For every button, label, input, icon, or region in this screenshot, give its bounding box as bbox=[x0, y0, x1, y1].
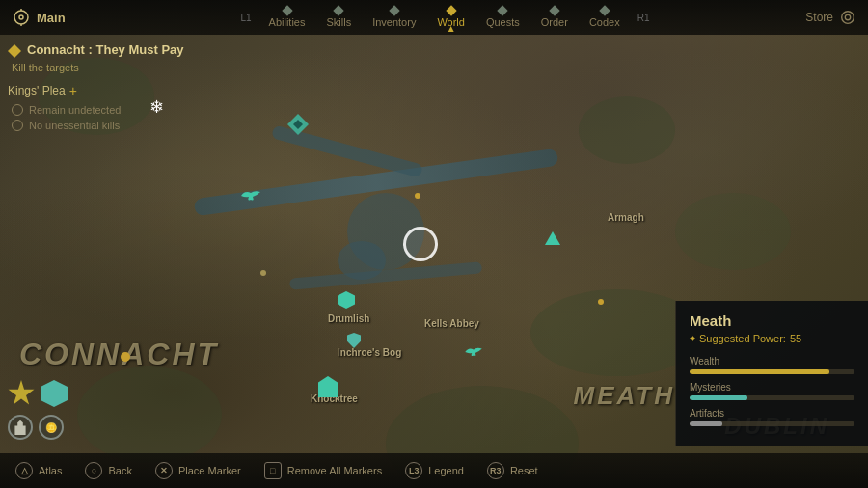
bonus-item-1: Remain undetected bbox=[8, 104, 220, 116]
reset-btn-icon: R3 bbox=[487, 462, 504, 479]
power-dot bbox=[690, 336, 695, 341]
marker-triangle[interactable] bbox=[545, 231, 560, 245]
atlas-button[interactable]: △ Atlas bbox=[15, 462, 62, 479]
stat-wealth: Wealth bbox=[690, 356, 854, 374]
remove-markers-btn-icon: □ bbox=[264, 462, 282, 479]
region-name: Meath bbox=[690, 312, 854, 329]
artifacts-bar-bg bbox=[690, 421, 854, 426]
legend-btn-icon: L3 bbox=[405, 462, 422, 479]
mystery-icon-2[interactable] bbox=[463, 345, 484, 363]
place-marker-button[interactable]: ✕ Place Marker bbox=[155, 462, 241, 479]
main-menu-button[interactable]: Main bbox=[12, 8, 66, 27]
radio-undetected bbox=[12, 104, 23, 116]
quest-objective: Kill the targets bbox=[8, 62, 220, 73]
dot-marker-2 bbox=[415, 193, 420, 199]
place-label-inchroe: Inchroe's Bog bbox=[338, 347, 401, 358]
svg-point-4 bbox=[842, 12, 854, 24]
l1-label: L1 bbox=[234, 13, 257, 23]
place-marker-btn-icon: ✕ bbox=[155, 462, 173, 479]
dot-marker-1 bbox=[260, 270, 266, 276]
map-bottom-icons: 🪙 bbox=[8, 380, 68, 440]
r1-label: R1 bbox=[632, 13, 656, 23]
place-label-kells-abbey: Kells Abbey bbox=[424, 318, 479, 329]
tab-world[interactable]: World bbox=[427, 5, 475, 30]
region-label-meath: Meath bbox=[573, 381, 675, 411]
stat-artifacts: Artifacts bbox=[690, 408, 854, 426]
back-button[interactable]: ○ Back bbox=[85, 462, 131, 479]
wealth-bar-fill bbox=[690, 369, 829, 374]
wealth-marker-1 bbox=[121, 352, 130, 362]
dot-marker-3 bbox=[598, 299, 604, 305]
legend-button[interactable]: L3 Legend bbox=[405, 462, 464, 479]
plus-icon: + bbox=[69, 83, 77, 98]
tab-codex[interactable]: Codex bbox=[580, 5, 630, 30]
region-label-connacht: Connacht bbox=[19, 337, 219, 372]
atlas-btn-icon: △ bbox=[15, 462, 33, 479]
store-button[interactable]: Store bbox=[805, 9, 856, 26]
place-label-armagh: Armagh bbox=[608, 212, 644, 223]
stat-mysteries: Mysteries bbox=[690, 382, 854, 400]
quest-title: Connacht : They Must Pay bbox=[8, 42, 220, 58]
wealth-bar-bg bbox=[690, 369, 854, 374]
tab-order[interactable]: Order bbox=[531, 5, 578, 30]
artifacts-bar-fill bbox=[690, 421, 722, 426]
quest-panel: Connacht : They Must Pay Kill the target… bbox=[8, 42, 220, 135]
quest-icon bbox=[8, 44, 21, 58]
reset-button[interactable]: R3 Reset bbox=[487, 462, 538, 479]
bonus-item-2: No unessential kills bbox=[8, 120, 220, 131]
settlement-icon[interactable] bbox=[338, 291, 355, 309]
knocktree-icon[interactable] bbox=[318, 376, 338, 397]
mysteries-bar-bg bbox=[690, 395, 854, 400]
top-navigation: Main L1 Abilities Skills Inventory World… bbox=[0, 0, 868, 35]
remove-markers-button[interactable]: □ Remove All Markers bbox=[264, 462, 382, 479]
mysteries-label: Mysteries bbox=[690, 382, 854, 393]
artifacts-label: Artifacts bbox=[690, 408, 854, 419]
mysteries-bar-fill bbox=[690, 395, 747, 400]
tab-inventory[interactable]: Inventory bbox=[363, 5, 425, 30]
back-btn-icon: ○ bbox=[85, 462, 102, 479]
quest-marker[interactable] bbox=[287, 114, 309, 135]
tab-skills[interactable]: Skills bbox=[316, 5, 361, 30]
wealth-label: Wealth bbox=[690, 356, 854, 366]
svg-point-0 bbox=[14, 11, 28, 24]
mystery-icon-1[interactable] bbox=[239, 188, 262, 207]
tab-quests[interactable]: Quests bbox=[476, 5, 529, 30]
tab-abilities[interactable]: Abilities bbox=[259, 5, 315, 30]
bottom-bar: △ Atlas ○ Back ✕ Place Marker □ Remove A… bbox=[0, 453, 868, 488]
nav-items: L1 Abilities Skills Inventory World Ques… bbox=[85, 5, 806, 30]
svg-point-1 bbox=[19, 15, 23, 19]
quest-bonus-title: Kings' Plea + bbox=[8, 83, 220, 98]
place-label-drumlish: Drumlish bbox=[328, 313, 369, 324]
selected-marker[interactable] bbox=[403, 227, 438, 261]
region-info-panel: Meath Suggested Power: 55 Wealth Mysteri… bbox=[675, 301, 868, 446]
power-level: Suggested Power: 55 bbox=[690, 333, 854, 344]
radio-no-kills bbox=[12, 120, 23, 131]
svg-point-5 bbox=[845, 14, 850, 19]
mystery-icon-3[interactable] bbox=[347, 333, 361, 348]
